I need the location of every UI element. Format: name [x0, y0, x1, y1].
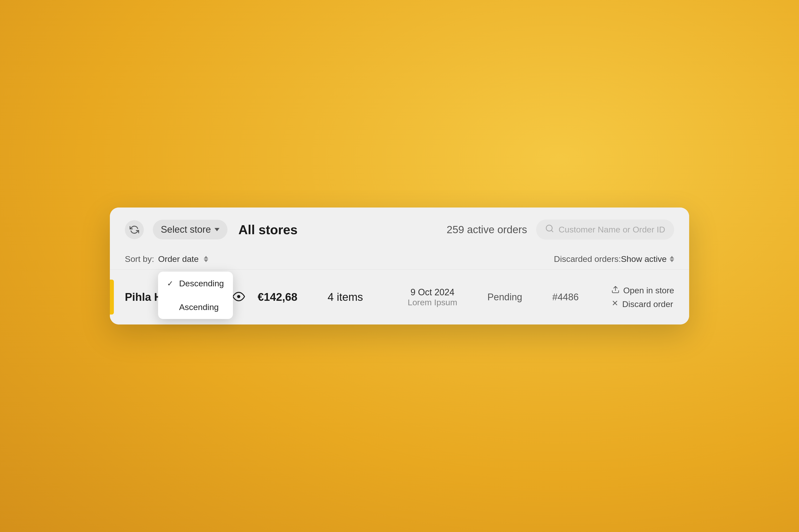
- open-in-store-label: Open in store: [623, 286, 674, 295]
- sort-by-label: Sort by:: [125, 254, 154, 264]
- order-status: Pending: [487, 292, 532, 303]
- dropdown-item-descending[interactable]: ✓ Descending: [158, 272, 233, 295]
- order-date-store: 9 Oct 2024 Lorem Ipsum: [398, 287, 468, 307]
- open-in-store-icon: [611, 285, 620, 296]
- order-actions: Open in store Discard order: [611, 285, 674, 309]
- search-placeholder: Customer Name or Order ID: [559, 225, 665, 234]
- svg-point-2: [237, 295, 240, 298]
- discarded-value[interactable]: Show active: [621, 254, 667, 264]
- refresh-icon: [130, 225, 139, 234]
- select-store-label: Select store: [161, 224, 211, 235]
- discarded-arrow-down-icon: [670, 260, 674, 262]
- discarded-orders-label: Discarded orders:: [554, 254, 621, 264]
- sort-dropdown: ✓ Descending ✓ Ascending: [158, 272, 233, 319]
- yellow-bar: [110, 280, 114, 315]
- active-orders-count: 259 active orders: [447, 224, 527, 236]
- dropdown-item-ascending[interactable]: ✓ Ascending: [158, 295, 233, 319]
- sort-arrow-up-icon: [204, 256, 208, 259]
- toolbar-row: Sort by: Order date ✓ Descending ✓ Ascen…: [110, 249, 689, 270]
- discard-order-label: Discard order: [622, 299, 673, 309]
- svg-line-1: [551, 230, 553, 232]
- select-store-button[interactable]: Select store: [153, 220, 228, 240]
- discard-icon: [611, 299, 619, 309]
- order-store: Lorem Ipsum: [408, 298, 457, 307]
- sort-arrows[interactable]: [204, 256, 208, 262]
- search-box: Customer Name or Order ID: [536, 220, 674, 240]
- check-icon: ✓: [167, 279, 175, 288]
- sort-control[interactable]: Order date ✓ Descending ✓ Ascending: [158, 254, 208, 264]
- sort-value[interactable]: Order date: [158, 254, 199, 264]
- discarded-arrow-up-icon: [670, 256, 674, 259]
- all-stores-title: All stores: [238, 222, 297, 237]
- header-row: Select store All stores 259 active order…: [110, 208, 689, 249]
- search-icon: [545, 224, 554, 235]
- order-date: 9 Oct 2024: [411, 287, 454, 298]
- order-price: €142,68: [258, 291, 317, 303]
- open-in-store-button[interactable]: Open in store: [611, 285, 674, 296]
- main-card: Select store All stores 259 active order…: [110, 208, 689, 324]
- dropdown-item-ascending-label: Ascending: [179, 302, 219, 312]
- discarded-arrows[interactable]: [670, 256, 674, 262]
- discard-order-button[interactable]: Discard order: [611, 299, 674, 309]
- discarded-control[interactable]: Show active: [621, 254, 674, 264]
- order-items: 4 items: [328, 291, 378, 303]
- refresh-button[interactable]: [125, 220, 144, 239]
- eye-icon[interactable]: [232, 290, 245, 304]
- sort-arrow-down-icon: [204, 260, 208, 262]
- chevron-down-icon: [215, 228, 219, 231]
- dropdown-item-descending-label: Descending: [179, 279, 224, 288]
- order-id: #4486: [552, 292, 587, 303]
